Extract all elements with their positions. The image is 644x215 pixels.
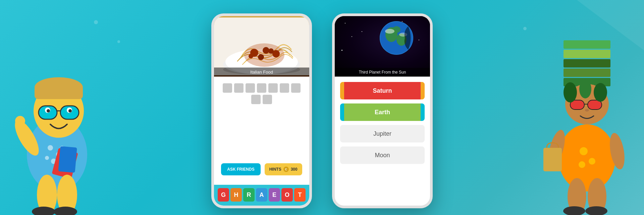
answer-earth[interactable]: Earth (340, 103, 425, 121)
phones-container: Italian Food ASK FRIENDS HINTS (211, 7, 433, 208)
hints-count: 300 (291, 167, 298, 172)
star-4 (352, 36, 352, 37)
letter-tiles-container: G H R A E O T (214, 185, 309, 206)
tile-e[interactable]: E (269, 188, 280, 202)
moon-text: Moon (344, 146, 421, 164)
letter-boxes-container (214, 77, 309, 108)
ask-friends-button[interactable]: ASK FRIENDS (221, 163, 260, 175)
coin-icon: C (283, 167, 289, 172)
scene: Italian Food ASK FRIENDS HINTS (0, 0, 644, 215)
jupiter-text: Jupiter (344, 125, 421, 142)
food-image: Italian Food (214, 16, 309, 77)
letter-box-2 (234, 83, 244, 93)
saturn-side (421, 82, 425, 99)
letter-box-4 (257, 83, 266, 93)
tile-a[interactable]: A (256, 188, 267, 202)
moon-side (421, 146, 425, 164)
letter-box-3 (246, 83, 255, 93)
tile-g[interactable]: G (218, 188, 229, 202)
answer-saturn[interactable]: Saturn (340, 82, 425, 99)
earth-text: Earth (344, 103, 421, 121)
tile-o[interactable]: O (281, 188, 293, 202)
letter-box-6 (280, 83, 289, 93)
star-5 (402, 21, 402, 22)
answer-moon[interactable]: Moon (340, 146, 425, 164)
space-image: Third Planet From the Sun (335, 16, 430, 77)
food-label: Italian Food (214, 68, 309, 77)
star-7 (341, 50, 342, 51)
earth-side (421, 103, 425, 121)
letter-box-1 (223, 83, 232, 93)
action-buttons: ASK FRIENDS HINTS C 300 (214, 163, 309, 175)
star-2 (362, 31, 362, 32)
letter-box-5 (268, 83, 278, 93)
letter-box-9 (263, 95, 272, 104)
saturn-indicator (340, 82, 344, 99)
svg-point-63 (385, 29, 394, 34)
moon-indicator (340, 146, 344, 164)
saturn-text: Saturn (344, 82, 421, 99)
hints-button[interactable]: HINTS C 300 (265, 163, 302, 175)
earth-planet (380, 21, 413, 55)
star-1 (345, 23, 345, 24)
tile-r[interactable]: R (243, 188, 255, 202)
answers-container: Saturn Earth Jupiter (335, 77, 430, 164)
tile-t[interactable]: T (294, 188, 306, 202)
phone-food-quiz: Italian Food ASK FRIENDS HINTS (211, 13, 312, 208)
letter-box-8 (251, 95, 261, 104)
earth-indicator (340, 103, 344, 121)
answer-jupiter[interactable]: Jupiter (340, 125, 425, 142)
hints-label: HINTS (269, 167, 281, 172)
svg-point-58 (244, 43, 284, 67)
star-6 (419, 40, 419, 40)
tile-h[interactable]: H (230, 188, 242, 202)
jupiter-indicator (340, 125, 344, 142)
phone-planet-quiz: Third Planet From the Sun Saturn (332, 13, 433, 208)
planet-label: Third Planet From the Sun (335, 68, 430, 77)
jupiter-side (421, 125, 425, 142)
letter-box-7 (291, 83, 301, 93)
